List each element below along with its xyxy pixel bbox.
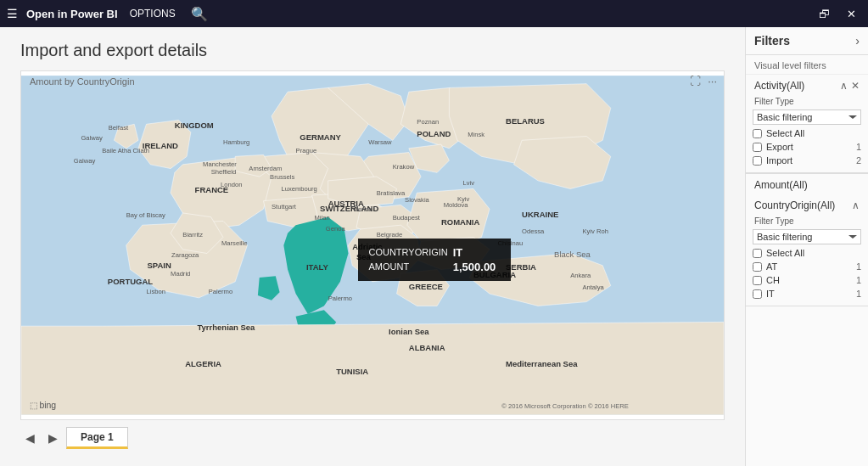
countryorigin-filter-actions: ∧ [852,199,860,211]
restore-button[interactable]: 🗗 [814,6,835,22]
map-tooltip: COUNTRYORIGIN IT AMOUNT 1,500.00 [358,239,511,281]
svg-text:Krakow: Krakow [393,163,415,171]
activity-export-option[interactable]: Export 1 [746,140,868,154]
hamburger-menu[interactable]: ☰ [7,7,18,20]
svg-text:Tyrrhenian Sea: Tyrrhenian Sea [197,323,255,332]
svg-text:Odessa: Odessa [522,227,545,235]
activity-select-all-option[interactable]: Select All [746,126,868,140]
map-container[interactable]: Amount by CountryOrigin ⛶ ··· [20,70,725,420]
countryorigin-filter-type-label: Filter Type [746,215,868,227]
filters-panel: Filters › Visual level filters Activity(… [745,27,868,466]
countryorigin-it-checkbox[interactable] [753,289,762,299]
svg-text:Madrid: Madrid [171,270,190,278]
close-button[interactable]: ✕ [842,6,861,22]
countryorigin-select-all-checkbox[interactable] [753,249,762,258]
map-label: Amount by CountryOrigin [30,76,135,87]
svg-text:POLAND: POLAND [417,129,451,138]
hamburger-icon[interactable]: ☰ [7,7,18,20]
activity-select-all-checkbox[interactable] [753,129,762,138]
countryorigin-at-option[interactable]: AT 1 [746,260,868,273]
countryorigin-filter-title: CountryOrigin(All) [754,199,835,211]
svg-text:Amsterdam: Amsterdam [249,165,282,172]
svg-text:GERMANY: GERMANY [300,132,341,142]
svg-text:Marseille: Marseille [221,239,247,247]
svg-text:Luxembourg: Luxembourg [281,185,316,193]
svg-text:Mediterranean Sea: Mediterranean Sea [506,359,578,368]
svg-text:Kyiv Roh: Kyiv Roh [582,227,608,235]
activity-filter-header: Activity(All) ∧ ✕ [746,75,868,95]
svg-text:BELARUS: BELARUS [506,116,545,126]
svg-text:Manchester: Manchester [203,160,237,168]
svg-text:Slovakia: Slovakia [405,196,430,204]
svg-text:Black Sea: Black Sea [554,250,591,259]
svg-text:TUNISIA: TUNISIA [336,367,368,376]
svg-text:ROMANIA: ROMANIA [441,217,480,227]
activity-import-checkbox[interactable] [753,156,762,166]
activity-export-checkbox[interactable] [753,143,762,152]
svg-text:Prague: Prague [296,147,317,154]
svg-text:Warsaw: Warsaw [368,138,392,146]
visual-level-label: Visual level filters [746,55,868,75]
svg-text:SPAIN: SPAIN [147,261,171,270]
title-bar: ☰ Open in Power BI OPTIONS 🔍 🗗 ✕ [0,0,868,27]
svg-text:Minsk: Minsk [468,131,484,138]
map-icons: ⛶ ··· [690,75,717,87]
svg-text:Vienna: Vienna [352,205,372,213]
report-area: Import and export details Amount by Coun… [0,27,745,466]
activity-collapse-button[interactable]: ∧ [840,80,848,92]
svg-text:KINGDOM: KINGDOM [175,121,214,130]
svg-text:© 2016 Microsoft Corporation  : © 2016 Microsoft Corporation © 2016 HERE [501,402,629,410]
activity-export-label: Export [766,142,852,152]
countryorigin-collapse-button[interactable]: ∧ [852,199,860,211]
filters-title: Filters [754,34,790,48]
activity-import-count: 2 [856,155,861,166]
expand-map-button[interactable]: ⛶ [690,75,701,87]
svg-text:UKRAINE: UKRAINE [522,210,558,219]
countryorigin-at-checkbox[interactable] [753,262,762,272]
svg-text:ALBANIA: ALBANIA [409,343,445,352]
svg-text:Moldova: Moldova [444,201,469,209]
svg-text:Palermo: Palermo [328,295,352,302]
activity-filter-type-select[interactable]: Basic filtering [753,109,861,125]
svg-text:Baile Atha Cliath: Baile Atha Cliath [102,147,149,154]
page-1-tab[interactable]: Page 1 [66,427,128,449]
activity-close-button[interactable]: ✕ [851,80,860,92]
countryorigin-select-all-option[interactable]: Select All [746,246,868,260]
countryorigin-ch-label: CH [766,275,852,285]
countryorigin-it-option[interactable]: IT 1 [746,287,868,300]
activity-select-all-label: Select All [766,128,861,138]
options-menu[interactable]: OPTIONS [130,8,176,20]
search-icon[interactable]: 🔍 [191,6,208,22]
countryorigin-filter-type-select[interactable]: Basic filtering [753,229,861,244]
activity-filter-block: Activity(All) ∧ ✕ Filter Type Basic filt… [746,75,868,173]
svg-text:PORTUGAL: PORTUGAL [108,277,153,286]
tooltip-country-label: COUNTRYORIGIN [368,245,452,260]
filters-collapse-button[interactable]: › [855,34,860,48]
svg-text:Brussels: Brussels [270,173,294,181]
countryorigin-at-label: AT [766,261,852,272]
activity-filter-actions: ∧ ✕ [840,80,860,92]
tooltip-amount-label: AMOUNT [368,260,452,274]
svg-text:Ionian Sea: Ionian Sea [389,327,429,336]
svg-text:⬚ bing: ⬚ bing [30,401,57,410]
app-title: Open in Power BI [26,8,118,20]
countryorigin-it-label: IT [766,289,852,299]
more-options-button[interactable]: ··· [708,75,717,87]
report-title: Import and export details [20,41,725,60]
prev-page-button[interactable]: ◀ [20,430,40,446]
countryorigin-select-all-label: Select All [766,248,861,258]
countryorigin-ch-checkbox[interactable] [753,276,762,285]
countryorigin-ch-count: 1 [856,275,861,285]
svg-text:Antalya: Antalya [582,284,604,291]
next-page-button[interactable]: ▶ [43,430,63,446]
svg-text:Poznan: Poznan [417,118,439,126]
svg-text:GREECE: GREECE [409,282,443,291]
activity-import-option[interactable]: Import 2 [746,154,868,167]
svg-text:Hamburg: Hamburg [223,138,249,146]
svg-text:Lisbon: Lisbon [147,288,165,295]
window-controls: 🗗 ✕ [814,6,861,22]
svg-text:ALGERIA: ALGERIA [185,359,221,368]
amount-filter-block: Amount(All) [746,173,868,194]
countryorigin-ch-option[interactable]: CH 1 [746,273,868,287]
svg-text:Palermo: Palermo [209,288,232,295]
